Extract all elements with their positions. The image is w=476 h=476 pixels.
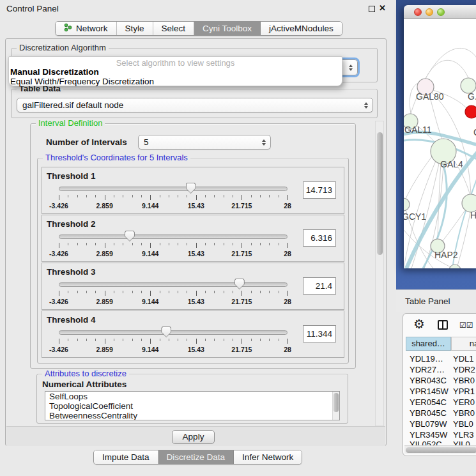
table-row[interactable]: YBR043CYBR0 bbox=[406, 375, 476, 386]
tab-infer-network[interactable]: Infer Network bbox=[234, 450, 302, 464]
number-of-intervals-label: Number of Intervals bbox=[46, 137, 127, 147]
list-item[interactable]: BetweennessCentrality bbox=[45, 411, 339, 420]
list-scrollbar[interactable] bbox=[332, 392, 339, 420]
tab-style[interactable]: Style bbox=[117, 22, 153, 35]
zoom-traffic-light[interactable] bbox=[437, 8, 445, 16]
list-item[interactable]: SelfLoops bbox=[45, 392, 339, 401]
tab-impute-data[interactable]: Impute Data bbox=[94, 450, 158, 464]
tab-cyni-toolbox[interactable]: Cyni Toolbox bbox=[194, 22, 261, 35]
right-region: GAL80 G. GAL11 GAL4 C GCY1 H HAP2 Table … bbox=[396, 0, 476, 476]
node-bottom[interactable] bbox=[449, 265, 461, 268]
network-canvas[interactable]: GAL80 G. GAL11 GAL4 C GCY1 H HAP2 bbox=[404, 19, 476, 268]
network-window-titlebar[interactable] bbox=[404, 5, 476, 19]
tab-network[interactable]: Network bbox=[56, 22, 117, 35]
node-red-selected[interactable] bbox=[465, 105, 476, 118]
slider-ticks bbox=[59, 243, 288, 248]
slider-track[interactable] bbox=[59, 282, 288, 287]
column-header-shared-name[interactable]: shared… bbox=[406, 337, 451, 351]
column-header-name[interactable]: na bbox=[451, 337, 476, 351]
table-row[interactable]: YDR27…YDR2 bbox=[406, 364, 476, 375]
tab-jactivemnodules[interactable]: jActiveMNodules bbox=[261, 22, 342, 35]
threshold-4-value-field[interactable]: 11.344 bbox=[303, 325, 336, 342]
minimize-traffic-light[interactable] bbox=[426, 8, 433, 16]
interval-definition-group-label: Interval Definition bbox=[36, 118, 105, 128]
thresholds-group: Threshold's Coordinates for 5 Intervals … bbox=[37, 158, 349, 364]
threshold-4-label: Threshold 4 bbox=[47, 315, 96, 325]
cyni-toolbox-panel: Discretization Algorithm Select algorith… bbox=[5, 38, 387, 446]
threshold-2-slider[interactable]: -3.426 2.859 9.144 15.43 21.715 28 bbox=[59, 232, 288, 259]
table-scrollbar-thumb[interactable] bbox=[406, 447, 476, 453]
threshold-1-label: Threshold 1 bbox=[47, 171, 96, 181]
svg-text:GAL4: GAL4 bbox=[440, 159, 463, 169]
table-data-group: Table Data galFiltered.sif default node bbox=[11, 89, 378, 118]
threshold-3-value-field[interactable]: 21.4 bbox=[303, 277, 336, 295]
network-icon bbox=[64, 23, 72, 34]
table-row[interactable]: YER054CYER0 bbox=[406, 397, 476, 408]
table-row[interactable]: YBR045CYBR0 bbox=[406, 408, 476, 418]
slider-track[interactable] bbox=[59, 234, 288, 239]
slider-handle[interactable] bbox=[161, 326, 171, 337]
threshold-2-value-field[interactable]: 6.316 bbox=[303, 229, 336, 247]
threshold-4-slider[interactable]: -3.426 2.859 9.144 15.43 21.715 28 bbox=[59, 328, 288, 355]
svg-text:GAL80: GAL80 bbox=[416, 91, 444, 102]
table-panel-body: ⚙ ☑☑ shared… na YDL19…YDL1 YDR27…YDR2 YB… bbox=[403, 313, 476, 456]
slider-ticks bbox=[59, 291, 288, 296]
apply-button[interactable]: Apply bbox=[172, 430, 215, 444]
dropdown-option-equal-width-frequency[interactable]: Equal Width/Frequency Discretization bbox=[9, 77, 342, 86]
svg-text:GCY1: GCY1 bbox=[404, 211, 426, 222]
threshold-1-slider[interactable]: -3.426 2.859 9.144 15.43 21.715 28 bbox=[59, 184, 288, 211]
number-of-intervals-combobox[interactable]: 5 bbox=[138, 135, 271, 150]
panel-vertical-scrollbar[interactable] bbox=[375, 121, 384, 426]
combo-stepper-arrows bbox=[349, 65, 353, 71]
svg-text:G.: G. bbox=[468, 91, 476, 102]
threshold-3-label: Threshold 3 bbox=[47, 267, 96, 277]
dropdown-placeholder-item[interactable]: Select algorithm to view settings bbox=[9, 57, 342, 67]
checkboxes-icon[interactable]: ☑☑ bbox=[459, 321, 473, 330]
tab-select[interactable]: Select bbox=[153, 22, 195, 35]
table-horizontal-scrollbar[interactable] bbox=[404, 445, 476, 454]
close-traffic-light[interactable] bbox=[414, 8, 422, 16]
interval-definition-group: Interval Definition Number of Intervals … bbox=[30, 123, 356, 369]
slider-handle[interactable] bbox=[125, 231, 135, 242]
table-data-combobox[interactable]: galFiltered.sif default node bbox=[17, 98, 373, 112]
slider-track[interactable] bbox=[59, 187, 288, 191]
dropdown-option-manual-discretization[interactable]: Manual Discretization bbox=[9, 67, 342, 77]
slider-handle[interactable] bbox=[234, 279, 245, 289]
float-window-icon[interactable] bbox=[369, 6, 375, 12]
svg-text:C: C bbox=[473, 127, 476, 137]
slider-ticks bbox=[59, 339, 288, 344]
threshold-panel-3: Threshold 3 -3.426 2.859 9.144 15.43 21.… bbox=[42, 263, 344, 310]
node-gcy1[interactable] bbox=[404, 198, 410, 211]
threshold-panel-2: Threshold 2 -3.426 2.859 9.144 15.43 21.… bbox=[42, 215, 344, 262]
tab-discretize-data[interactable]: Discretize Data bbox=[158, 450, 234, 464]
combo-stepper-arrows bbox=[262, 139, 266, 146]
threshold-1-value-field[interactable]: 14.713 bbox=[303, 181, 336, 199]
top-tab-bar: Network Style Select Cyni Toolbox jActiv… bbox=[55, 21, 342, 36]
close-icon[interactable]: ✕ bbox=[379, 3, 386, 13]
control-panel: Control Panel ✕ Network Style Select Cyn… bbox=[0, 0, 396, 476]
threshold-2-label: Threshold 2 bbox=[47, 219, 96, 229]
threshold-panel-4: Threshold 4 -3.426 2.859 9.144 15.43 21.… bbox=[42, 311, 344, 358]
algorithm-dropdown-popup: Select algorithm to view settings Manual… bbox=[8, 56, 342, 86]
table-row[interactable]: YPR145WYPR1 bbox=[406, 386, 476, 397]
number-of-intervals-value: 5 bbox=[144, 137, 149, 147]
slider-track[interactable] bbox=[59, 330, 288, 335]
columns-icon[interactable] bbox=[438, 320, 448, 330]
slider-handle[interactable] bbox=[186, 183, 196, 194]
threshold-3-slider[interactable]: -3.426 2.859 9.144 15.43 21.715 28 bbox=[59, 280, 288, 307]
numerical-attributes-list[interactable]: SelfLoops TopologicalCoefficient Between… bbox=[45, 391, 340, 420]
node-h[interactable] bbox=[462, 194, 476, 212]
table-row[interactable]: YDL19…YDL1 bbox=[406, 353, 476, 364]
gear-icon[interactable]: ⚙ bbox=[413, 316, 425, 332]
list-scrollbar-thumb[interactable] bbox=[334, 393, 339, 412]
list-item[interactable]: TopologicalCoefficient bbox=[45, 401, 339, 411]
svg-text:HAP2: HAP2 bbox=[434, 250, 458, 260]
panel-scrollbar-thumb[interactable] bbox=[377, 132, 383, 255]
table-row[interactable]: YBL079WYBL0 bbox=[406, 418, 476, 429]
thresholds-group-label: Threshold's Coordinates for 5 Intervals bbox=[43, 153, 190, 162]
slider-ticks bbox=[59, 195, 288, 200]
svg-text:GAL11: GAL11 bbox=[404, 125, 432, 135]
table-panel-header: Table Panel bbox=[396, 289, 476, 312]
table-data-combobox-value: galFiltered.sif default node bbox=[22, 100, 123, 110]
table-panel-title: Table Panel bbox=[405, 296, 450, 306]
